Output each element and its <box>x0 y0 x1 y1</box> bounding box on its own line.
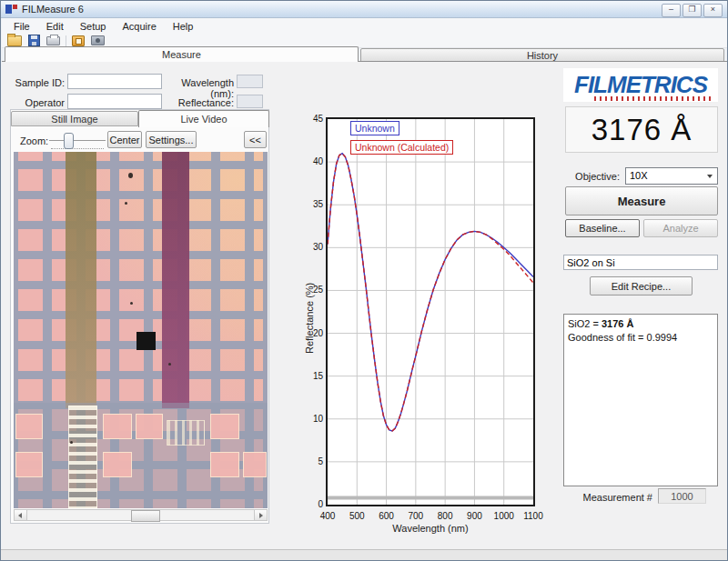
image-horizontal-scrollbar[interactable] <box>14 509 268 521</box>
results-box: SiO2 = 3176 Å Goodness of fit = 0.9994 <box>563 314 718 486</box>
print-toolbar-button[interactable] <box>44 34 62 47</box>
objective-label: Objective: <box>565 171 620 182</box>
open-toolbar-button[interactable] <box>5 34 24 47</box>
title-bar[interactable]: FILMeasure 6 – ❐ × <box>1 1 727 18</box>
x-tick-label: 700 <box>402 511 430 521</box>
olive-stripe <box>66 152 96 408</box>
dust-speck <box>70 441 73 444</box>
chevron-down-icon <box>707 175 713 178</box>
live-video-image[interactable] <box>14 152 268 508</box>
wafer-pad <box>210 452 239 477</box>
sample-id-label: Sample ID: <box>10 77 65 88</box>
camera-icon <box>91 35 105 45</box>
wafer-pad <box>103 414 132 439</box>
y-tick-label: 25 <box>301 285 323 295</box>
menu-help[interactable]: Help <box>165 19 202 34</box>
wafer-pad <box>15 414 43 439</box>
x-tick-label: 1000 <box>490 511 518 521</box>
screenshot-toolbar-button[interactable] <box>69 34 87 47</box>
result-fit-line: Goodness of fit = 0.9994 <box>568 331 713 345</box>
tab-measure[interactable]: Measure <box>5 46 359 62</box>
objective-dropdown[interactable]: 10X <box>625 167 718 185</box>
menu-bar: File Edit Setup Acquire Help <box>2 18 728 34</box>
measurement-number-field: 1000 <box>658 488 706 504</box>
x-tick-label: 500 <box>343 511 370 521</box>
minimize-button[interactable]: – <box>662 4 681 17</box>
menu-file[interactable]: File <box>5 19 38 34</box>
y-tick-label: 45 <box>301 114 323 124</box>
copy-image-toolbar-button[interactable] <box>88 34 106 47</box>
save-icon <box>28 35 40 46</box>
thickness-readout: 3176 Å <box>565 106 718 153</box>
print-icon <box>46 36 60 45</box>
dust-speck <box>130 302 133 305</box>
recipe-input[interactable] <box>563 255 718 270</box>
operator-id-input[interactable] <box>67 94 162 109</box>
toolbar-separator <box>66 35 66 46</box>
x-tick-label: 900 <box>460 511 488 521</box>
settings-button[interactable]: Settings... <box>146 131 197 148</box>
zoom-slider-track[interactable] <box>49 140 106 141</box>
y-tick-label: 0 <box>301 499 323 509</box>
reflectance-field <box>237 95 263 108</box>
wavelength-label: Wavelength (nm): <box>157 77 234 99</box>
wavelength-field <box>237 75 263 88</box>
measurement-number-label: Measurement # <box>572 492 652 503</box>
y-tick-label: 15 <box>301 371 323 381</box>
restore-button[interactable]: ❐ <box>682 4 702 17</box>
scroll-left-arrow[interactable] <box>15 510 27 520</box>
analyze-button[interactable]: Analyze <box>643 219 718 237</box>
zoom-slider-ticks <box>51 146 104 149</box>
window-title: FILMeasure 6 <box>22 4 84 15</box>
x-axis-label: Wavelength (nm) <box>326 523 535 534</box>
wafer-pad <box>210 414 239 439</box>
dust-speck <box>125 202 127 205</box>
tab-still-image[interactable]: Still Image <box>11 111 138 126</box>
x-tick-label: 400 <box>314 511 341 521</box>
menu-acquire[interactable]: Acquire <box>114 19 164 34</box>
sample-id-input[interactable] <box>67 74 162 89</box>
reflectance-plot <box>326 117 535 506</box>
x-tick-label: 800 <box>431 511 459 521</box>
save-toolbar-button[interactable] <box>25 34 43 47</box>
edit-recipe-button[interactable]: Edit Recipe... <box>590 276 693 296</box>
reflectance-label: Reflectance: <box>157 97 234 108</box>
dust-speck <box>168 363 171 366</box>
y-tick-label: 20 <box>301 328 323 338</box>
scroll-right-arrow[interactable] <box>254 510 267 520</box>
magenta-stripe <box>162 152 189 408</box>
screenshot-icon <box>72 35 85 46</box>
menu-edit[interactable]: Edit <box>38 19 72 34</box>
y-tick-label: 30 <box>301 242 323 252</box>
video-panel: Still Image Live Video Zoom: Center Sett… <box>10 109 269 524</box>
y-tick-label: 40 <box>301 156 323 166</box>
x-tick-label: 1100 <box>520 511 547 521</box>
measure-button[interactable]: Measure <box>565 186 718 215</box>
baseline-button[interactable]: Baseline... <box>565 219 640 237</box>
serpentine-structure <box>167 420 205 446</box>
wafer-pad <box>243 452 267 477</box>
result-thickness-line: SiO2 = 3176 Å <box>568 317 713 331</box>
wafer-pad <box>15 452 43 477</box>
y-tick-label: 10 <box>301 414 323 424</box>
center-button[interactable]: Center <box>107 131 142 148</box>
app-window: FILMeasure 6 – ❐ × File Edit Setup Acqui… <box>0 0 728 561</box>
menu-setup[interactable]: Setup <box>72 19 115 34</box>
close-button[interactable]: × <box>703 4 723 17</box>
wafer-pad <box>103 452 132 477</box>
ladder-structure <box>68 406 97 508</box>
measurement-spot-square <box>136 332 156 350</box>
collapse-panel-button[interactable]: << <box>244 131 267 148</box>
tab-history[interactable]: History <box>360 48 724 62</box>
wafer-pad <box>136 414 163 439</box>
scrollbar-thumb[interactable] <box>131 510 160 522</box>
legend-unknown: Unknown <box>350 121 399 135</box>
objective-value: 10X <box>630 170 648 181</box>
window-bottom-frame <box>1 549 728 561</box>
tab-live-video[interactable]: Live Video <box>138 110 269 127</box>
open-folder-icon <box>7 35 22 46</box>
zoom-label: Zoom: <box>20 135 48 146</box>
logo-tick-marks <box>594 96 713 101</box>
logo-text: FILMETRICS <box>574 71 707 99</box>
zoom-slider-thumb[interactable] <box>64 133 74 149</box>
